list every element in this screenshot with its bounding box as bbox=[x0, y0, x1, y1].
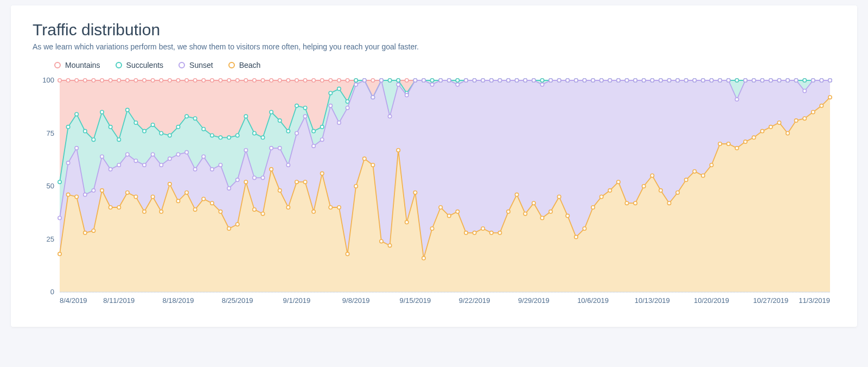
svg-point-347 bbox=[456, 210, 459, 213]
legend: Mountains Succulents Sunset Beach bbox=[33, 61, 835, 69]
svg-point-213 bbox=[100, 155, 104, 158]
legend-item-sunset[interactable]: Sunset bbox=[178, 61, 213, 69]
svg-point-287 bbox=[727, 79, 730, 82]
svg-point-246 bbox=[380, 79, 383, 82]
svg-text:10/20/2019: 10/20/2019 bbox=[694, 296, 729, 305]
svg-point-387 bbox=[794, 119, 797, 122]
svg-point-325 bbox=[270, 168, 273, 171]
svg-point-32 bbox=[126, 79, 129, 82]
svg-point-289 bbox=[744, 79, 747, 82]
svg-point-150 bbox=[346, 100, 349, 103]
svg-point-42 bbox=[210, 79, 214, 82]
svg-point-350 bbox=[481, 227, 484, 230]
svg-point-304 bbox=[92, 229, 95, 232]
svg-point-373 bbox=[676, 191, 679, 194]
svg-point-148 bbox=[329, 91, 332, 94]
svg-text:0: 0 bbox=[50, 288, 54, 296]
svg-point-259 bbox=[490, 79, 493, 82]
legend-item-succulents[interactable]: Succulents bbox=[116, 61, 163, 69]
svg-text:8/4/2019: 8/4/2019 bbox=[60, 296, 87, 305]
svg-point-61 bbox=[371, 79, 374, 82]
svg-point-35 bbox=[151, 79, 154, 82]
svg-point-381 bbox=[744, 140, 747, 143]
svg-point-155 bbox=[388, 79, 391, 82]
svg-point-313 bbox=[168, 182, 171, 186]
svg-point-329 bbox=[303, 180, 307, 184]
svg-point-143 bbox=[286, 129, 290, 132]
svg-point-277 bbox=[642, 79, 646, 82]
svg-text:75: 75 bbox=[47, 129, 54, 137]
svg-text:10/27/2019: 10/27/2019 bbox=[753, 296, 788, 305]
svg-point-261 bbox=[507, 79, 510, 82]
svg-point-131 bbox=[185, 115, 188, 118]
svg-point-209 bbox=[66, 161, 69, 164]
svg-point-24 bbox=[58, 79, 61, 82]
svg-point-240 bbox=[329, 104, 332, 107]
svg-point-222 bbox=[176, 153, 180, 156]
svg-point-368 bbox=[634, 201, 637, 205]
svg-point-371 bbox=[659, 189, 662, 192]
svg-point-47 bbox=[253, 79, 256, 82]
svg-point-365 bbox=[608, 189, 611, 192]
svg-point-311 bbox=[151, 195, 154, 198]
svg-point-361 bbox=[575, 235, 578, 238]
swatch-icon bbox=[178, 62, 185, 68]
svg-point-255 bbox=[456, 83, 459, 86]
legend-item-beach[interactable]: Beach bbox=[228, 61, 261, 69]
svg-point-121 bbox=[100, 110, 104, 113]
svg-point-303 bbox=[84, 231, 87, 235]
svg-point-117 bbox=[66, 125, 69, 129]
svg-point-338 bbox=[380, 239, 383, 243]
svg-point-334 bbox=[346, 252, 349, 256]
svg-point-262 bbox=[515, 79, 518, 82]
svg-point-147 bbox=[321, 125, 324, 129]
svg-point-29 bbox=[100, 79, 104, 82]
svg-point-356 bbox=[532, 201, 535, 205]
svg-point-231 bbox=[253, 176, 256, 179]
svg-point-292 bbox=[769, 79, 773, 82]
svg-point-264 bbox=[532, 79, 535, 82]
svg-point-225 bbox=[202, 155, 205, 158]
svg-point-145 bbox=[303, 106, 307, 110]
svg-point-46 bbox=[244, 79, 247, 82]
svg-text:8/18/2019: 8/18/2019 bbox=[163, 296, 194, 305]
svg-point-336 bbox=[363, 157, 366, 160]
svg-point-36 bbox=[159, 79, 163, 82]
svg-point-342 bbox=[413, 191, 417, 194]
legend-item-mountains[interactable]: Mountains bbox=[54, 61, 100, 69]
traffic-distribution-chart: 02550751008/4/20198/11/20198/18/20198/25… bbox=[33, 75, 835, 314]
svg-point-316 bbox=[193, 208, 196, 211]
svg-point-132 bbox=[193, 117, 196, 120]
svg-point-293 bbox=[777, 79, 781, 82]
svg-point-57 bbox=[337, 79, 341, 82]
svg-text:9/8/2019: 9/8/2019 bbox=[342, 296, 370, 305]
svg-point-263 bbox=[524, 79, 527, 82]
svg-point-307 bbox=[117, 206, 120, 209]
svg-point-156 bbox=[397, 79, 400, 82]
svg-point-31 bbox=[117, 79, 120, 82]
svg-text:50: 50 bbox=[47, 182, 54, 190]
svg-text:10/6/2019: 10/6/2019 bbox=[577, 296, 609, 305]
svg-point-245 bbox=[371, 96, 374, 99]
svg-text:9/15/2019: 9/15/2019 bbox=[399, 296, 431, 305]
svg-point-218 bbox=[143, 163, 146, 167]
svg-point-309 bbox=[134, 195, 137, 198]
svg-point-251 bbox=[422, 79, 425, 82]
svg-point-375 bbox=[693, 170, 696, 173]
svg-point-360 bbox=[566, 214, 569, 217]
svg-point-314 bbox=[176, 199, 180, 203]
svg-point-25 bbox=[66, 79, 69, 82]
svg-point-297 bbox=[812, 79, 815, 82]
svg-point-51 bbox=[286, 79, 290, 82]
svg-point-34 bbox=[143, 79, 146, 82]
svg-point-270 bbox=[583, 79, 586, 82]
svg-point-65 bbox=[405, 79, 409, 82]
svg-point-38 bbox=[176, 79, 180, 82]
svg-point-308 bbox=[126, 191, 129, 194]
svg-point-124 bbox=[126, 108, 129, 111]
svg-point-139 bbox=[253, 131, 256, 135]
svg-point-242 bbox=[346, 106, 349, 110]
svg-point-135 bbox=[219, 136, 222, 139]
svg-point-211 bbox=[84, 193, 87, 196]
svg-text:11/3/2019: 11/3/2019 bbox=[799, 296, 830, 305]
